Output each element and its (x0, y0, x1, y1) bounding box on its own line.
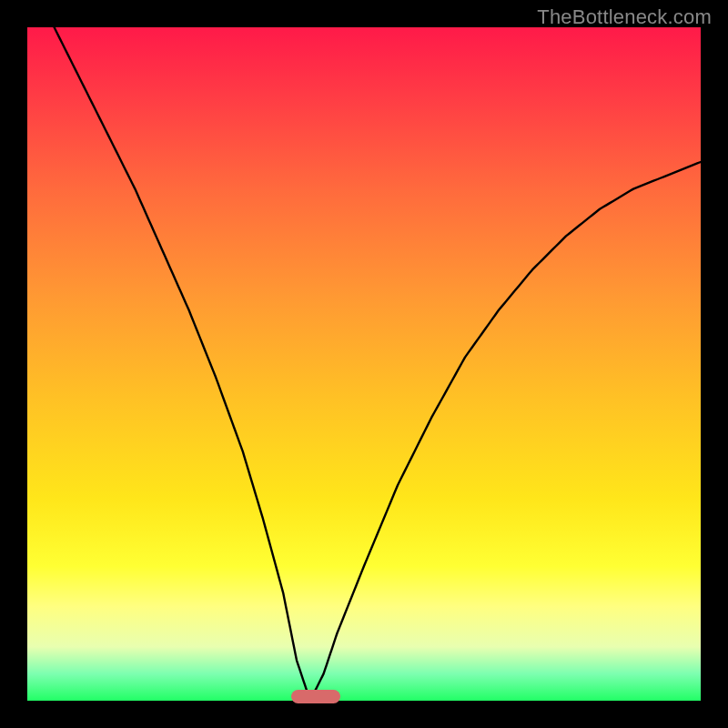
minimum-marker (291, 690, 340, 703)
chart-frame: TheBottleneck.com (0, 0, 728, 728)
bottleneck-curve (27, 27, 701, 701)
watermark-text: TheBottleneck.com (537, 5, 712, 29)
